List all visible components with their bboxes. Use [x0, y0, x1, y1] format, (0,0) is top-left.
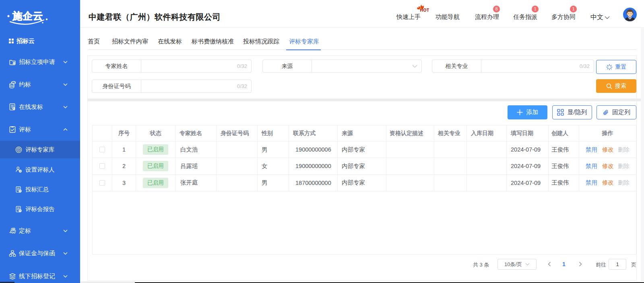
svg-text:施企云: 施企云	[12, 10, 43, 21]
svg-text:HOT: HOT	[420, 8, 429, 12]
